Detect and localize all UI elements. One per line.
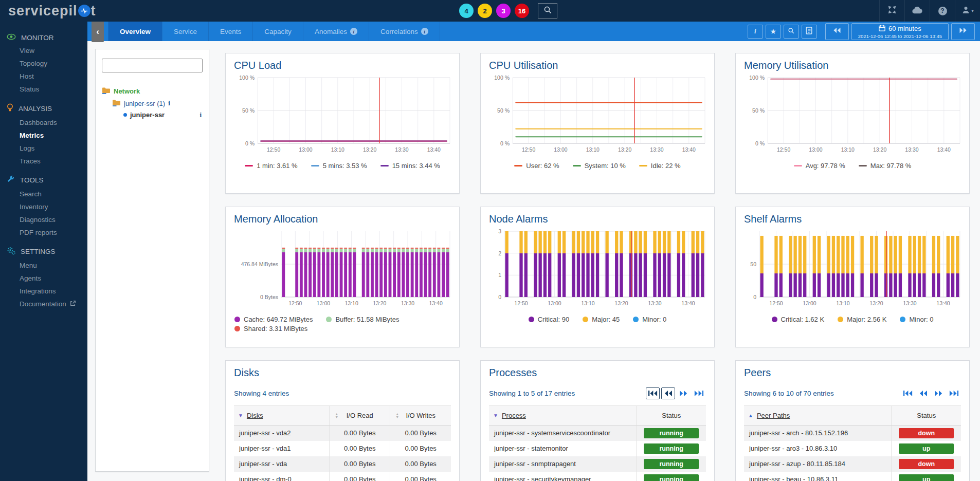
alarm-badge-red[interactable]: 16 xyxy=(515,4,529,18)
sort-both-icon: ▲▼ xyxy=(335,413,338,419)
help-button[interactable]: ? xyxy=(930,0,955,22)
alarm-badge-magenta[interactable]: 3 xyxy=(496,4,511,18)
user-menu-button[interactable]: ▾ xyxy=(955,0,980,22)
pagination-last-button[interactable] xyxy=(692,387,706,399)
pagination-next-button[interactable] xyxy=(677,387,691,399)
tree-node-juniper-ssr-group[interactable]: juniper-ssr (1) i xyxy=(112,97,203,109)
svg-text:13:10: 13:10 xyxy=(836,300,849,306)
sort-column-link[interactable]: Disks xyxy=(247,412,263,419)
pdf-export-button[interactable] xyxy=(802,25,817,39)
pagination-prev-button[interactable] xyxy=(916,387,930,399)
sidebar-header-analysis[interactable]: ANALYSIS xyxy=(0,99,87,116)
info-button[interactable]: i xyxy=(748,25,763,39)
logo-text-suffix: t xyxy=(91,4,96,18)
legend-item: 5 mins: 3.53 % xyxy=(311,162,367,170)
chart-legend: 1 min: 3.61 %5 mins: 3.53 %15 mins: 3.44… xyxy=(245,162,440,170)
sidebar-header-label: ANALYSIS xyxy=(19,105,52,113)
tab-overview[interactable]: Overview xyxy=(108,22,162,41)
alarm-badge-cyan[interactable]: 4 xyxy=(459,4,474,18)
table-cell: juniper-ssr - dm-0 xyxy=(234,472,330,481)
column-header-i-o-read[interactable]: ▲▼I/O Read xyxy=(330,406,390,425)
sidebar-header-monitor[interactable]: MONITOR xyxy=(0,29,87,44)
svg-text:13:20: 13:20 xyxy=(363,146,376,153)
tab-events[interactable]: Events xyxy=(208,22,252,41)
sidebar-item-integrations[interactable]: Integrations xyxy=(0,285,87,298)
sidebar-item-host[interactable]: Host xyxy=(0,70,87,83)
info-icon[interactable]: i xyxy=(199,111,202,119)
table-row: juniper-ssr - securitykeymanagerrunning xyxy=(489,472,706,481)
sidebar-item-topology[interactable]: Topology xyxy=(0,57,87,70)
svg-text:13:10: 13:10 xyxy=(581,300,594,306)
sidebar-item-pdf-reports[interactable]: PDF reports xyxy=(0,226,87,239)
tree-node-juniper-ssr[interactable]: juniper-ssr i xyxy=(123,109,203,120)
sidebar-item-diagnostics[interactable]: Diagnostics xyxy=(0,213,87,226)
pagination-first-button[interactable] xyxy=(901,387,915,399)
global-search-button[interactable] xyxy=(538,3,557,18)
folder-icon xyxy=(112,99,121,108)
sidebar-item-traces[interactable]: Traces xyxy=(0,155,87,168)
cloud-button[interactable] xyxy=(904,0,930,22)
pagination-last-button[interactable] xyxy=(947,387,961,399)
column-header-disks[interactable]: ▼Disks xyxy=(234,406,330,425)
info-icon[interactable]: i xyxy=(168,99,170,107)
column-label: I/O Writes xyxy=(406,412,435,419)
tab-capacity[interactable]: Capacity xyxy=(252,22,303,41)
sidebar-header-tools[interactable]: TOOLS xyxy=(0,171,87,188)
sidebar-header-label: SETTINGS xyxy=(21,248,56,255)
time-back-button[interactable] xyxy=(825,23,849,40)
pagination-prev-button[interactable] xyxy=(661,387,675,399)
dashboard-grid: CPU Load 0 %50 %100 %12:5013:0013:1013:2… xyxy=(225,53,970,481)
sidebar-item-search[interactable]: Search xyxy=(0,188,87,200)
sidebar-section-monitor: MONITOR View Topology Host Status xyxy=(0,29,87,96)
processes-table: ▼ProcessStatusjuniper-ssr - systemservic… xyxy=(489,405,706,481)
tabbar-toolbar: i ★ 60 minutes xyxy=(748,22,975,41)
pdf-document-icon xyxy=(806,27,812,36)
wrench-icon xyxy=(7,175,15,185)
legend-item: Max: 97.78 % xyxy=(859,162,912,170)
legend-item: Avg: 97.78 % xyxy=(794,162,845,170)
sidebar-item-agents[interactable]: Agents xyxy=(0,272,87,285)
zoom-search-button[interactable] xyxy=(784,25,799,39)
fullscreen-button[interactable] xyxy=(879,0,904,22)
sidebar-item-inventory[interactable]: Inventory xyxy=(0,200,87,213)
column-header-peer-paths[interactable]: ▲Peer Paths xyxy=(744,406,892,425)
table-cell: juniper-ssr - securitykeymanager xyxy=(489,472,637,481)
sidebar-item-view[interactable]: View xyxy=(0,44,87,57)
collapse-panel-button[interactable]: ‹ xyxy=(92,22,104,42)
tab-anomalies[interactable]: Anomaliesi xyxy=(303,22,369,41)
sidebar-item-menu[interactable]: Menu xyxy=(0,259,87,272)
table-cell: juniper-ssr - azup - 80.11.85.184 xyxy=(744,456,892,472)
sidebar-item-metrics[interactable]: Metrics xyxy=(0,129,87,142)
sort-column-link[interactable]: Process xyxy=(502,412,526,419)
legend-item: Idle: 22 % xyxy=(639,162,681,170)
tab-service[interactable]: Service xyxy=(162,22,208,41)
sidebar-item-status[interactable]: Status xyxy=(0,83,87,96)
svg-text:13:10: 13:10 xyxy=(586,146,600,153)
sidebar-item-dashboards[interactable]: Dashboards xyxy=(0,116,87,129)
column-header-process[interactable]: ▼Process xyxy=(489,406,637,425)
pagination-first-button[interactable] xyxy=(646,387,660,399)
svg-text:12:50: 12:50 xyxy=(267,146,280,153)
legend-label: 1 min: 3.61 % xyxy=(257,162,298,170)
alarm-badge-yellow[interactable]: 2 xyxy=(478,4,492,18)
column-header-i-o-writes[interactable]: ▲▼I/O Writes xyxy=(390,406,451,425)
legend-swatch xyxy=(514,165,522,166)
tree-search-input[interactable] xyxy=(102,59,203,72)
workspace: Network juniper-ssr (1) i juniper-ssr i xyxy=(87,41,980,481)
card-title: CPU Utilisation xyxy=(489,60,706,71)
legend-swatch xyxy=(326,317,332,322)
favorite-button[interactable]: ★ xyxy=(766,25,781,39)
pagination-next-button[interactable] xyxy=(932,387,946,399)
tab-correlations[interactable]: Correlationsi xyxy=(369,22,440,41)
column-label: Status xyxy=(662,412,681,419)
node-alarms-chart: 012312:5013:0013:1013:2013:3013:40 xyxy=(489,227,706,316)
sidebar-header-settings[interactable]: SETTINGS xyxy=(0,242,87,259)
column-label: I/O Read xyxy=(347,412,373,419)
tree-node-network[interactable]: Network xyxy=(102,85,203,97)
sidebar-item-documentation[interactable]: Documentation xyxy=(0,298,87,310)
sort-column-link[interactable]: Peer Paths xyxy=(757,412,790,419)
sidebar-item-logs[interactable]: Logs xyxy=(0,142,87,155)
time-forward-button[interactable] xyxy=(951,23,975,40)
card-cpu-utilisation: CPU Utilisation 0 %50 %100 %12:5013:0013… xyxy=(480,53,715,194)
time-range-selector[interactable]: 60 minutes 2021-12-06 12:45 to 2021-12-0… xyxy=(851,23,949,40)
